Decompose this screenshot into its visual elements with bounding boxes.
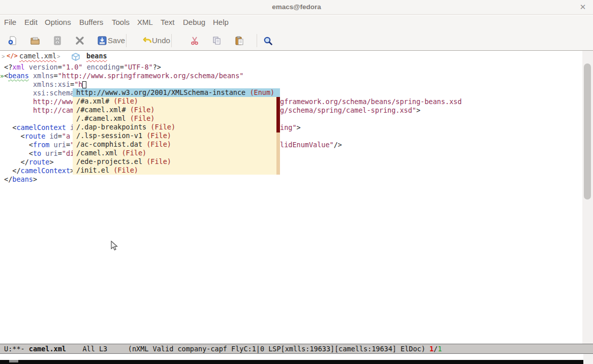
menu-tools[interactable]: Tools <box>112 18 130 26</box>
code-line: <to uri="di <box>4 149 74 158</box>
menu-help[interactable]: Help <box>213 18 229 26</box>
completion-item[interactable]: /.dap-breakpoints (File) <box>73 123 280 131</box>
save-button[interactable]: Save <box>108 36 125 45</box>
bottom-corner <box>583 354 593 364</box>
text-cursor <box>82 81 86 88</box>
code-line: <from uri=" <box>4 141 74 149</box>
toolbar-separator <box>126 34 127 47</box>
mode-line: U:**- camel.xml All L3 (nXML Valid compa… <box>0 344 593 354</box>
close-buffer-icon[interactable] <box>75 36 84 45</box>
menu-debug[interactable]: Debug <box>183 18 205 26</box>
save-icon[interactable] <box>98 36 107 45</box>
completion-item[interactable]: /.lsp-session-v1 (File) <box>73 131 280 140</box>
toolbar-separator <box>171 34 172 47</box>
menu-file[interactable]: File <box>4 18 16 26</box>
title-bar: emacs@fedora ✕ <box>0 0 593 15</box>
code-line: g/schema/spring/camel-spring.xsd"> <box>280 106 420 115</box>
flycheck-ok-count[interactable]: 1 <box>438 345 442 353</box>
resize-grip[interactable] <box>9 360 18 362</box>
menu-buffers[interactable]: Buffers <box>79 18 103 26</box>
menubar: FileEditOptionsBuffersToolsXMLTextDebugH… <box>0 15 593 30</box>
menu-text[interactable]: Text <box>161 18 175 26</box>
editor-buffer[interactable]: > </> camel.xml > beans » <?xml version=… <box>0 51 593 344</box>
menu-edit[interactable]: Edit <box>24 18 38 26</box>
mouse-cursor-icon <box>111 241 118 251</box>
completion-popup: http://www.w3.org/2001/XMLSchema-instanc… <box>73 88 280 175</box>
modeline-buffer-name[interactable]: camel.xml <box>29 345 66 353</box>
file-cabinet-icon[interactable] <box>53 36 62 45</box>
completion-item[interactable]: /#camel.xml# (File) <box>73 106 280 114</box>
menu-xml[interactable]: XML <box>137 18 153 26</box>
code-line: <camelContext i <box>4 123 74 132</box>
paste-icon[interactable] <box>235 36 244 45</box>
code-line: </camelContext> <box>4 167 74 175</box>
new-file-icon[interactable] <box>8 36 17 45</box>
code-line: <beans xmlns="http://www.springframework… <box>4 72 243 80</box>
completion-item[interactable]: /init.el (File) <box>73 166 280 175</box>
completion-item[interactable]: http://www.w3.org/2001/XMLSchema-instanc… <box>73 88 280 97</box>
modeline-modes[interactable]: All L3 (nXML Valid company-capf FlyC:1|0… <box>66 345 429 353</box>
completion-item[interactable]: /.#camel.xml (File) <box>73 114 280 123</box>
cut-icon[interactable] <box>190 36 199 45</box>
close-window-icon[interactable]: ✕ <box>578 2 588 12</box>
code-line: http://cam <box>4 106 74 115</box>
completion-item[interactable]: /ac-comphist.dat (File) <box>73 140 280 149</box>
code-line: <?xml version="1.0" encoding="UTF-8"?> <box>4 63 161 72</box>
code-line: </beans> <box>4 175 37 184</box>
window-title: emacs@fedora <box>0 3 593 11</box>
code-line: http://www <box>4 97 74 106</box>
completion-item[interactable]: /ede-projects.el (File) <box>73 157 280 166</box>
modeline-flags: U:**- <box>4 345 29 353</box>
menu-options[interactable]: Options <box>45 18 71 26</box>
emacs-window: emacs@fedora ✕ FileEditOptionsBuffersToo… <box>0 0 593 364</box>
open-folder-icon[interactable] <box>30 36 40 45</box>
code-line: <route id="a <box>4 132 70 141</box>
code-line: xmlns:xsi="h <box>4 80 82 89</box>
completion-item[interactable]: /camel.xml (File) <box>73 149 280 157</box>
code-line: gframework.org/schema/beans/spring-beans… <box>280 97 462 106</box>
toolbar-separator <box>257 34 257 47</box>
completion-item[interactable]: /#a.xml# (File) <box>73 97 280 106</box>
bottom-strip <box>0 360 583 364</box>
toolbar: Save Undo <box>0 30 593 51</box>
undo-button[interactable]: Undo <box>152 36 170 45</box>
copy-icon[interactable] <box>212 36 222 45</box>
code-line: ing"> <box>280 123 301 132</box>
search-icon[interactable] <box>263 36 272 45</box>
code-line: xsi:schema <box>4 89 74 97</box>
undo-icon[interactable] <box>143 36 152 45</box>
editor-scrollbar-thumb[interactable] <box>584 63 591 200</box>
code-line: </route> <box>4 158 54 167</box>
code-line: lidEnumValue"/> <box>280 141 342 149</box>
